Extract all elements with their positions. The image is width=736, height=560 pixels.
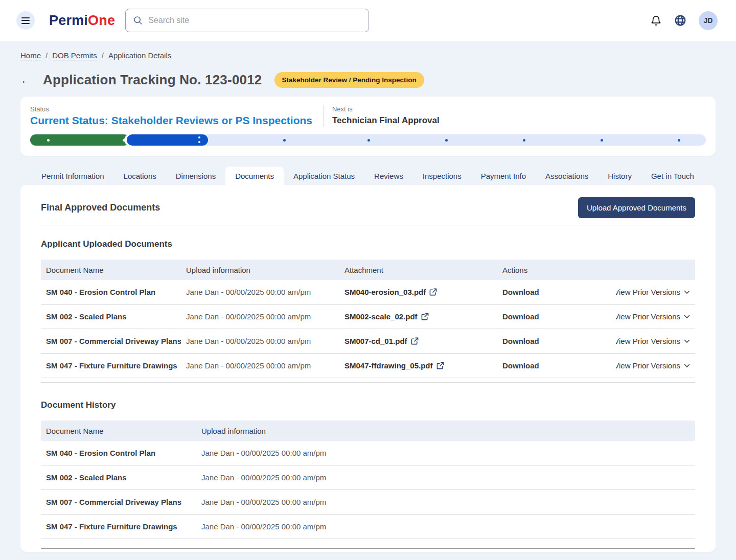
view-prior-versions-button[interactable]: View Prior Versions bbox=[616, 312, 690, 321]
breadcrumb-home-link[interactable]: Home bbox=[20, 51, 41, 60]
document-name: SM 047 - Fixture Furniture Drawings bbox=[41, 361, 181, 370]
column-header-upload-information: Upload information bbox=[181, 266, 339, 274]
progress-step-dot bbox=[367, 139, 370, 142]
download-link[interactable]: Download bbox=[502, 288, 539, 296]
upload-information: Jane Dan - 00/00/2025 00:00 am/pm bbox=[181, 288, 339, 296]
external-link-icon bbox=[436, 362, 444, 369]
download-link[interactable]: Download bbox=[502, 312, 539, 321]
chevron-down-icon bbox=[684, 339, 690, 343]
attachment-link[interactable]: SM007-cd_01.pdf bbox=[344, 337, 419, 345]
user-avatar[interactable]: JD bbox=[699, 11, 718, 30]
progress-step-dot bbox=[523, 139, 525, 142]
attachment-filename: SM040-erosion_03.pdf bbox=[344, 288, 426, 296]
documents-panel: Final Approved Documents Upload Approved… bbox=[20, 185, 716, 552]
table-row: SM 040 - Erosion Control Plan Jane Dan -… bbox=[41, 280, 695, 305]
attachment-filename: SM002-scale_02.pdf bbox=[344, 312, 418, 321]
breadcrumb-dob-permits-link[interactable]: DOB Permits bbox=[52, 51, 97, 60]
status-card: Status Current Status: Stakeholder Revie… bbox=[20, 97, 716, 156]
section-divider bbox=[41, 225, 695, 225]
uploaded-table-header: Document Name Upload information Attachm… bbox=[41, 260, 695, 280]
download-link[interactable]: Download bbox=[502, 337, 539, 345]
column-header-actions: Actions bbox=[497, 266, 616, 274]
column-header-document-name: Document Name bbox=[41, 266, 181, 274]
upload-information: Jane Dan - 00/00/2025 00:00 am/pm bbox=[196, 498, 695, 506]
upload-information: Jane Dan - 00/00/2025 00:00 am/pm bbox=[181, 361, 339, 370]
logo-text-one: One bbox=[88, 13, 115, 28]
upload-information: Jane Dan - 00/00/2025 00:00 am/pm bbox=[196, 473, 695, 482]
logo-text-permi: Permi bbox=[49, 13, 88, 28]
progress-step-dot bbox=[678, 139, 680, 142]
tab-documents[interactable]: Documents bbox=[225, 167, 284, 185]
tab-get-in-touch[interactable]: Get in Touch bbox=[641, 167, 704, 185]
history-table-header: Document Name Upload information bbox=[41, 421, 695, 441]
breadcrumb: Home / DOB Permits / Application Details bbox=[20, 51, 716, 60]
progress-step-dot bbox=[601, 139, 603, 142]
panel-end-line bbox=[41, 548, 695, 549]
tab-associations[interactable]: Associations bbox=[536, 167, 598, 185]
tab-payment-info[interactable]: Payment Info bbox=[471, 167, 536, 185]
attachment-link[interactable]: SM040-erosion_03.pdf bbox=[344, 288, 437, 296]
document-name: SM 007 - Commercial Driveway Plans bbox=[41, 498, 196, 506]
chevron-down-icon bbox=[684, 290, 690, 294]
external-link-icon bbox=[429, 288, 437, 296]
tab-permit-information[interactable]: Permit Information bbox=[32, 167, 114, 185]
tab-inspections[interactable]: Inspections bbox=[413, 167, 471, 185]
final-approved-documents-title: Final Approved Documents bbox=[41, 202, 160, 213]
language-button[interactable] bbox=[674, 14, 686, 27]
table-row: SM 002 - Scaled Plans Jane Dan - 00/00/2… bbox=[41, 305, 695, 329]
view-prior-versions-button[interactable]: View Prior Versions bbox=[616, 337, 690, 345]
attachment-link[interactable]: SM002-scale_02.pdf bbox=[344, 312, 429, 321]
document-name: SM 007 - Commercial Driveway Plans bbox=[41, 337, 181, 345]
upload-information: Jane Dan - 00/00/2025 00:00 am/pm bbox=[196, 522, 695, 531]
search-input[interactable] bbox=[148, 16, 361, 25]
attachment-filename: SM047-ffdrawing_05.pdf bbox=[344, 361, 433, 370]
breadcrumb-separator: / bbox=[102, 51, 104, 60]
upload-information: Jane Dan - 00/00/2025 00:00 am/pm bbox=[196, 449, 695, 457]
progress-step-dot bbox=[445, 139, 448, 142]
tab-history[interactable]: History bbox=[598, 167, 641, 185]
view-prior-versions-button[interactable]: View Prior Versions bbox=[616, 288, 690, 296]
progress-current-dot bbox=[198, 141, 200, 143]
tab-reviews[interactable]: Reviews bbox=[364, 167, 413, 185]
topbar-actions: JD bbox=[650, 11, 718, 30]
external-link-icon bbox=[411, 337, 419, 345]
progress-step-dot bbox=[283, 139, 286, 142]
site-search bbox=[125, 9, 369, 32]
progress-step-dot bbox=[123, 139, 125, 142]
chevron-down-icon bbox=[684, 364, 690, 368]
page-title-row: ← Application Tracking No. 123-0012 Stak… bbox=[20, 72, 716, 88]
upload-approved-documents-button[interactable]: Upload Approved Documents bbox=[578, 197, 695, 218]
tab-dimensions[interactable]: Dimensions bbox=[166, 167, 225, 185]
view-prior-versions-label: View Prior Versions bbox=[616, 337, 680, 345]
table-row: SM 002 - Scaled Plans Jane Dan - 00/00/2… bbox=[41, 465, 695, 490]
next-status-block: Next is Technician Final Approval bbox=[324, 105, 440, 127]
chevron-down-icon bbox=[684, 315, 690, 319]
progress-step-dot bbox=[47, 139, 50, 142]
column-header-upload-information: Upload information bbox=[196, 427, 695, 435]
notifications-button[interactable] bbox=[650, 15, 662, 27]
next-label: Next is bbox=[332, 105, 440, 113]
back-arrow-icon[interactable]: ← bbox=[20, 75, 32, 86]
document-name: SM 040 - Erosion Control Plan bbox=[41, 288, 181, 296]
uploaded-documents-table: Document Name Upload information Attachm… bbox=[41, 260, 695, 383]
upload-information: Jane Dan - 00/00/2025 00:00 am/pm bbox=[181, 337, 339, 345]
document-name: SM 047 - Fixture Furniture Drawings bbox=[41, 522, 196, 531]
column-header-document-name: Document Name bbox=[41, 427, 196, 435]
menu-icon[interactable] bbox=[16, 11, 35, 30]
progress-current-segment bbox=[127, 134, 208, 146]
table-row: SM 047 - Fixture Furniture Drawings Jane… bbox=[41, 354, 695, 378]
view-prior-versions-button[interactable]: View Prior Versions bbox=[616, 361, 690, 370]
download-link[interactable]: Download bbox=[502, 361, 539, 370]
status-badge: Stakeholder Review / Pending Inspection bbox=[274, 72, 424, 88]
tab-locations[interactable]: Locations bbox=[114, 167, 166, 185]
attachment-link[interactable]: SM047-ffdrawing_05.pdf bbox=[344, 361, 444, 370]
applicant-uploaded-documents-title: Applicant Uploaded Documents bbox=[41, 239, 695, 249]
table-footer-line bbox=[41, 378, 695, 383]
app-logo: PermiOne bbox=[49, 13, 115, 29]
tab-application-status[interactable]: Application Status bbox=[284, 167, 364, 185]
external-link-icon bbox=[421, 313, 429, 320]
breadcrumb-current: Application Details bbox=[108, 51, 171, 60]
progress-current-dot bbox=[198, 136, 200, 138]
bell-icon bbox=[650, 15, 662, 27]
table-row: SM 007 - Commercial Driveway Plans Jane … bbox=[41, 490, 695, 515]
